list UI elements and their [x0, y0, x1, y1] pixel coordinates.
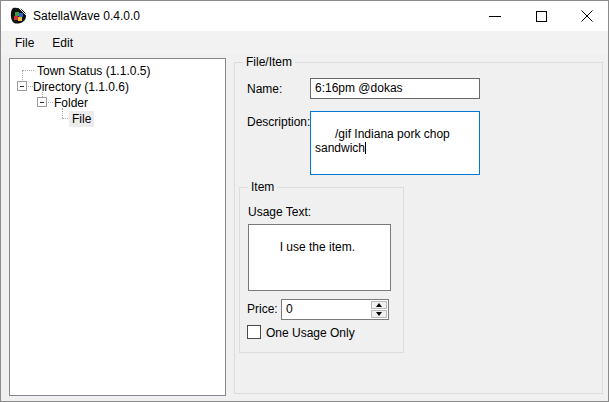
item-group: Item Usage Text: I use the item. Price: … [239, 187, 404, 353]
price-value: 0 [286, 302, 293, 316]
name-input[interactable]: 6:16pm @dokas [310, 78, 480, 99]
tree-connector [22, 70, 34, 71]
maximize-button[interactable] [518, 1, 564, 31]
window-title: SatellaWave 0.4.0.0 [33, 9, 140, 23]
name-value: 6:16pm @dokas [315, 81, 403, 95]
usage-text-input[interactable]: I use the item. [248, 224, 391, 291]
description-label: Description: [247, 115, 310, 129]
tree-item-folder[interactable]: Folder [51, 95, 91, 111]
arrow-down-icon [376, 312, 382, 316]
app-logo-icon [10, 7, 28, 25]
price-spinner [371, 301, 387, 318]
file-item-group-title: File/Item [243, 55, 295, 69]
item-group-title: Item [248, 180, 277, 194]
tree-view[interactable]: Town Status (1.1.0.5) Directory (1.1.0.6… [9, 58, 226, 396]
titlebar[interactable]: SatellaWave 0.4.0.0 [1, 1, 608, 31]
tree-item-file[interactable]: File [69, 111, 94, 127]
name-label: Name: [247, 82, 282, 96]
tree-expander-folder[interactable] [37, 97, 47, 107]
arrow-up-icon [376, 303, 382, 307]
price-input[interactable]: 0 [281, 299, 389, 320]
description-value: /gif Indiana pork chop sandwich [315, 127, 453, 155]
spin-up-button[interactable] [371, 301, 387, 309]
minimize-button[interactable] [472, 1, 518, 31]
text-caret [365, 142, 366, 154]
minimize-icon [489, 16, 501, 17]
menu-file[interactable]: File [6, 31, 43, 54]
close-button[interactable] [564, 1, 609, 31]
tree-expander-directory[interactable] [17, 81, 27, 91]
usage-text-value: I use the item. [280, 240, 355, 254]
usage-text-label: Usage Text: [248, 205, 311, 219]
menubar: File Edit [1, 31, 608, 54]
one-usage-only-label[interactable]: One Usage Only [266, 326, 355, 340]
price-label: Price: [247, 302, 278, 316]
close-icon [581, 10, 593, 22]
menu-edit[interactable]: Edit [43, 31, 82, 54]
one-usage-only-checkbox[interactable] [247, 325, 261, 339]
maximize-icon [536, 11, 547, 22]
app-window: SatellaWave 0.4.0.0 File Edit Town St [0, 0, 609, 402]
file-item-group: File/Item Name: 6:16pm @dokas Descriptio… [234, 62, 603, 394]
tree-item-directory[interactable]: Directory (1.1.0.6) [30, 79, 132, 95]
description-input[interactable]: /gif Indiana pork chop sandwich [310, 111, 480, 175]
tree-item-town-status[interactable]: Town Status (1.1.0.5) [34, 63, 153, 79]
spin-down-button[interactable] [371, 310, 387, 318]
